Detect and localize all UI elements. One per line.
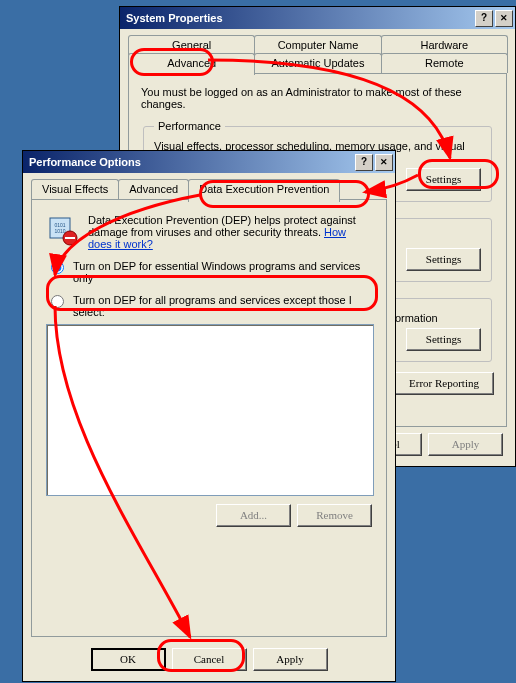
admin-note: You must be logged on as an Administrato… <box>141 86 494 110</box>
close-icon[interactable] <box>495 10 513 27</box>
system-properties-title: System Properties <box>126 12 223 24</box>
perfopt-title: Performance Options <box>29 156 141 168</box>
userprofiles-settings-button[interactable]: Settings <box>406 248 481 271</box>
perfopt-ok-button[interactable]: OK <box>91 648 166 671</box>
dep-add-button[interactable]: Add... <box>216 504 291 527</box>
performance-settings-button[interactable]: Settings <box>406 168 481 191</box>
tab-remote[interactable]: Remote <box>381 53 508 73</box>
system-properties-titlebar[interactable]: System Properties <box>120 7 515 29</box>
perfopt-apply-button[interactable]: Apply <box>253 648 328 671</box>
sysprop-apply-button[interactable]: Apply <box>428 433 503 456</box>
perfopt-tab-content: 0101 1010 Data Execution Prevention (DEP… <box>31 199 387 637</box>
perfopt-cancel-button[interactable]: Cancel <box>172 648 247 671</box>
performance-options-window: Performance Options Visual Effects Advan… <box>22 150 396 682</box>
sysprop-tabs: General Computer Name Hardware Advanced … <box>128 35 507 73</box>
tab-general[interactable]: General <box>128 35 255 55</box>
tab-dep[interactable]: Data Execution Prevention <box>188 179 340 202</box>
perfopt-tabs: Visual Effects Advanced Data Execution P… <box>31 179 387 199</box>
tab-automatic-updates[interactable]: Automatic Updates <box>254 53 381 73</box>
close-icon[interactable] <box>375 154 393 171</box>
dep-radio-all-label: Turn on DEP for all programs and service… <box>73 294 372 318</box>
tab-hardware[interactable]: Hardware <box>381 35 508 55</box>
help-icon[interactable] <box>475 10 493 27</box>
dep-description: Data Execution Prevention (DEP) helps pr… <box>88 214 356 238</box>
tab-advanced-perf[interactable]: Advanced <box>118 179 189 200</box>
dep-radio-essential-label: Turn on DEP for essential Windows progra… <box>73 260 372 284</box>
tab-advanced[interactable]: Advanced <box>128 53 255 75</box>
group-performance-legend: Performance <box>154 120 225 132</box>
error-reporting-button[interactable]: Error Reporting <box>394 372 494 395</box>
dep-exceptions-list[interactable] <box>46 324 374 496</box>
tab-computer-name[interactable]: Computer Name <box>254 35 381 55</box>
svg-rect-4 <box>65 237 75 239</box>
perfopt-titlebar[interactable]: Performance Options <box>23 151 395 173</box>
tab-visual-effects[interactable]: Visual Effects <box>31 179 119 200</box>
dep-radio-essential[interactable]: Turn on DEP for essential Windows progra… <box>46 260 372 284</box>
dep-radio-all[interactable]: Turn on DEP for all programs and service… <box>46 294 372 318</box>
startup-settings-button[interactable]: Settings <box>406 328 481 351</box>
help-icon[interactable] <box>355 154 373 171</box>
dep-radio-essential-input[interactable] <box>51 261 64 274</box>
dep-chip-icon: 0101 1010 <box>46 214 78 246</box>
dep-radio-all-input[interactable] <box>51 295 64 308</box>
dep-remove-button[interactable]: Remove <box>297 504 372 527</box>
svg-text:1010: 1010 <box>54 228 65 234</box>
